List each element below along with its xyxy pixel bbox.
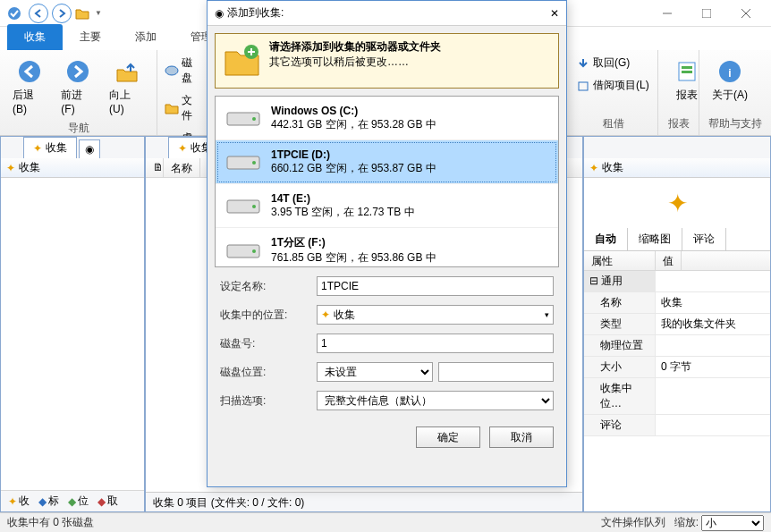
star-icon: ✦: [33, 142, 42, 155]
add-disk-button[interactable]: 磁盘: [165, 54, 201, 88]
drive-info: 3.95 TB 空闲，在 12.73 TB 中: [271, 206, 415, 218]
drive-item[interactable]: 14T (E:)3.95 TB 空闲，在 12.73 TB 中: [216, 184, 558, 228]
tab-collect[interactable]: 收集: [7, 24, 63, 50]
dialog-icon: ◉: [215, 7, 224, 20]
app-icon: [5, 4, 23, 22]
col-prop[interactable]: 属性: [584, 251, 656, 270]
drive-item[interactable]: 1T分区 (F:)761.85 GB 空闲，在 953.86 GB 中: [216, 228, 558, 267]
left-panel-header: ✦ 收集: [1, 158, 144, 178]
about-label: 关于(A): [712, 88, 748, 103]
tab-add[interactable]: 添加: [118, 24, 174, 50]
left-bottom-tab-3[interactable]: ◆位: [64, 492, 92, 511]
borrow-button[interactable]: 借阅项目(L): [576, 76, 649, 95]
drive-icon: [225, 104, 262, 132]
subtab-thumb[interactable]: 缩略图: [628, 228, 682, 250]
subtab-auto[interactable]: 自动: [584, 228, 628, 250]
left-tree[interactable]: [1, 178, 144, 490]
prop-key: 物理位置: [584, 335, 656, 356]
left-bottom-tab-2[interactable]: ◆标: [35, 492, 63, 511]
property-grid: ⊟ 通用 名称收集类型我的收集文件夹物理位置大小0 字节收集中位…评论: [584, 271, 770, 436]
left-bottom-tab-1[interactable]: ✦收: [4, 492, 33, 511]
add-file-button[interactable]: 文件: [165, 91, 201, 125]
left-bottom-tab-4[interactable]: ◆取: [94, 492, 122, 511]
prop-key: 类型: [584, 314, 656, 334]
about-button[interactable]: i 关于(A): [707, 54, 753, 106]
drive-info: 660.12 GB 空闲，在 953.87 GB 中: [271, 162, 436, 174]
device-name-input[interactable]: [317, 276, 554, 296]
retrieve-button[interactable]: 取回(G): [576, 54, 630, 72]
svg-point-6: [67, 61, 89, 82]
prop-key: 名称: [584, 292, 656, 313]
disk-location-select[interactable]: 未设置: [317, 362, 433, 382]
maximize-button[interactable]: [687, 0, 726, 27]
nav-forward-button[interactable]: 前进(F): [55, 54, 100, 119]
svg-rect-2: [702, 9, 711, 18]
zoom-label: 缩放:: [674, 515, 699, 530]
qat-forward-button[interactable]: [52, 4, 72, 23]
prop-val: [656, 378, 770, 414]
drive-name: 1TPCIE (D:): [271, 148, 436, 161]
ribbon-group-nav-label: 导航: [7, 119, 149, 138]
qat-back-button[interactable]: [29, 4, 48, 23]
close-button[interactable]: [726, 0, 766, 27]
star-icon: ✦: [6, 162, 15, 174]
drive-item[interactable]: Windows OS (C:)442.31 GB 空闲，在 953.28 GB …: [216, 97, 558, 140]
dialog-banner: 请选择添加到收集的驱动器或文件夹 其它选项可以稍后被更改……: [215, 33, 559, 89]
col-val[interactable]: 值: [656, 251, 682, 270]
prop-key: 收集中位…: [584, 378, 656, 414]
preview-area: ✦: [584, 178, 770, 228]
left-panel-tab-collect[interactable]: ✦ 收集: [23, 137, 77, 158]
prop-val: 收集: [656, 292, 770, 313]
svg-rect-11: [682, 71, 692, 73]
left-panel-tab-other[interactable]: ◉: [79, 139, 100, 158]
nav-back-button[interactable]: 后退(B): [7, 54, 52, 119]
col-name[interactable]: 名称: [164, 158, 200, 177]
prop-val: 0 字节: [656, 357, 770, 377]
qat-folder-icon[interactable]: [73, 4, 91, 22]
disc-icon: ◉: [85, 143, 94, 156]
disk-location-extra-input[interactable]: [438, 362, 555, 382]
svg-point-7: [165, 66, 178, 75]
cancel-button[interactable]: 取消: [489, 426, 554, 448]
col-icon[interactable]: 🗎: [146, 158, 164, 177]
drive-name: 1T分区 (F:): [271, 235, 436, 250]
zoom-select[interactable]: 小: [701, 515, 764, 531]
dialog-title: 添加到收集:: [227, 5, 284, 21]
dialog-close-button[interactable]: ✕: [550, 7, 559, 20]
drive-icon: [225, 236, 262, 265]
status-queue[interactable]: 文件操作队列: [601, 515, 665, 530]
minimize-button[interactable]: [648, 0, 687, 27]
scan-options-select[interactable]: 完整文件信息（默认）: [317, 391, 554, 410]
svg-point-20: [252, 205, 256, 208]
drive-icon: [225, 148, 262, 176]
ribbon-group-report-label: 报表: [665, 114, 691, 133]
folder-add-icon: [221, 39, 264, 82]
prop-key: 评论: [584, 415, 656, 435]
star-icon: ✦: [321, 308, 330, 321]
nav-back-label: 后退(B): [13, 88, 47, 115]
nav-up-label: 向上(U): [109, 88, 144, 115]
collect-location-label: 收集中的位置:: [220, 308, 309, 323]
tab-main[interactable]: 主要: [63, 24, 118, 50]
drive-info: 442.31 GB 空闲，在 953.28 GB 中: [271, 118, 436, 131]
drive-info: 761.85 GB 空闲，在 953.86 GB 中: [271, 251, 436, 264]
drive-list[interactable]: Windows OS (C:)442.31 GB 空闲，在 953.28 GB …: [215, 96, 559, 267]
svg-point-18: [252, 161, 256, 165]
ribbon-group-rent-label: 租借: [576, 114, 650, 133]
prop-key: 大小: [584, 357, 656, 377]
nav-up-button[interactable]: 向上(U): [104, 54, 149, 119]
svg-point-16: [252, 117, 256, 121]
svg-point-22: [252, 249, 256, 253]
drive-item[interactable]: 1TPCIE (D:)660.12 GB 空闲，在 953.87 GB 中: [216, 140, 558, 184]
star-icon: ✦: [589, 162, 598, 174]
disk-number-input[interactable]: [317, 334, 554, 353]
svg-point-0: [8, 7, 21, 20]
disk-location-label: 磁盘位置:: [220, 365, 309, 380]
ok-button[interactable]: 确定: [416, 426, 480, 448]
svg-rect-8: [579, 82, 588, 90]
collect-location-combo[interactable]: ✦ 收集 ▾: [317, 305, 554, 325]
device-name-label: 设定名称:: [220, 279, 309, 294]
qat-dropdown-icon[interactable]: ▼: [95, 9, 102, 17]
nav-forward-label: 前进(F): [61, 88, 95, 115]
subtab-comment[interactable]: 评论: [682, 228, 726, 250]
